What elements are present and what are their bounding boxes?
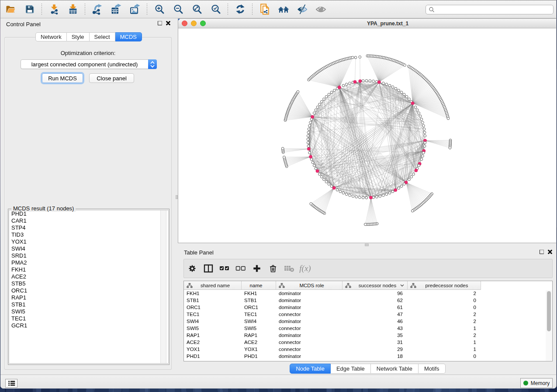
delete-column-icon[interactable] <box>265 264 281 273</box>
zoom-out-icon[interactable] <box>173 3 184 15</box>
close-table-panel-icon[interactable] <box>548 250 552 254</box>
mcds-node-item[interactable]: TEC1 <box>9 315 168 322</box>
document-share-icon[interactable] <box>259 3 270 15</box>
export-image-icon[interactable] <box>129 3 141 15</box>
export-table-icon[interactable] <box>111 3 122 15</box>
float-window-icon[interactable] <box>158 21 162 25</box>
memory-button[interactable]: Memory <box>520 378 553 388</box>
mcds-node-item[interactable]: STB1 <box>9 301 168 308</box>
table-cell: dominator <box>276 332 343 339</box>
toolbar-separator <box>228 3 228 15</box>
table-scrollbar-thumb[interactable] <box>547 291 551 331</box>
zoom-fit-icon[interactable] <box>191 3 203 15</box>
save-session-icon[interactable] <box>24 3 35 15</box>
maximize-window-icon[interactable] <box>200 21 206 26</box>
table-row[interactable]: TEC1TEC1connector472 <box>184 311 552 318</box>
horizontal-splitter-grip[interactable] <box>365 244 369 246</box>
close-panel-icon[interactable] <box>166 21 170 25</box>
column-header-predecessor-nodes[interactable]: predecessor nodes <box>408 281 481 290</box>
column-header-name[interactable]: name <box>242 281 276 290</box>
mcds-node-item[interactable]: STP4 <box>9 224 168 231</box>
network-canvas[interactable] <box>178 28 557 243</box>
select-all-icon[interactable] <box>216 264 232 273</box>
table-cell: TEC1 <box>242 311 276 318</box>
tab-network[interactable]: Network <box>35 32 67 41</box>
mcds-node-item[interactable]: RAP1 <box>9 294 168 301</box>
mcds-node-item[interactable]: TID3 <box>9 231 168 238</box>
mcds-node-item[interactable]: SWI4 <box>9 245 168 252</box>
table-row[interactable]: SWI5SWI5connector431 <box>184 325 552 332</box>
mcds-node-item[interactable]: PMA2 <box>9 259 168 266</box>
mcds-node-item[interactable]: YOX1 <box>9 238 168 245</box>
mcds-list-scrollbar[interactable] <box>160 210 166 363</box>
criterion-dropdown[interactable]: largest connected component (undirected) <box>21 59 157 69</box>
search-field[interactable] <box>426 5 554 14</box>
mcds-node-item[interactable]: FKH1 <box>9 266 168 273</box>
table-row[interactable]: STB1STB1dominator620 <box>184 297 552 304</box>
task-history-button[interactable] <box>5 379 17 388</box>
table-row[interactable]: FKH1FKH1dominator962 <box>184 290 552 297</box>
zoom-in-icon[interactable] <box>154 3 165 15</box>
search-icon <box>429 7 435 13</box>
mcds-node-item[interactable]: CAR1 <box>9 217 168 224</box>
table-cell: RAP1 <box>184 332 242 339</box>
table-row[interactable]: RAP1RAP1dominator352 <box>184 332 552 339</box>
table-cell: 0 <box>408 304 481 311</box>
tab-select[interactable]: Select <box>90 32 115 41</box>
table-row[interactable]: SWI4SWI4dominator462 <box>184 318 552 325</box>
minimize-window-icon[interactable] <box>191 21 197 26</box>
horizontal-splitter[interactable] <box>178 243 557 247</box>
table-cell: dominator <box>276 318 343 325</box>
run-mcds-button[interactable]: Run MCDS <box>42 73 83 83</box>
refresh-icon[interactable] <box>235 3 246 15</box>
tab-node-table[interactable]: Node Table <box>290 364 331 374</box>
tab-edge-table[interactable]: Edge Table <box>331 364 371 374</box>
table-cell: FKH1 <box>184 290 242 297</box>
table-cell: 43 <box>343 325 408 332</box>
tab-network-table[interactable]: Network Table <box>371 364 419 374</box>
import-table-icon[interactable] <box>67 3 79 15</box>
tab-mcds[interactable]: MCDS <box>115 32 142 41</box>
mcds-result-title: MCDS result (17 nodes) <box>11 205 76 212</box>
tab-style[interactable]: Style <box>67 32 90 41</box>
import-network-icon[interactable] <box>48 3 60 15</box>
houses-icon[interactable] <box>278 3 289 15</box>
table-row[interactable]: ACE2ACE2connector311 <box>184 339 552 346</box>
mcds-node-item[interactable]: SWI5 <box>9 308 168 315</box>
mcds-node-item[interactable]: ACE2 <box>9 273 168 280</box>
mcds-node-item[interactable]: ORC1 <box>9 287 168 294</box>
toolbar-separator <box>42 3 42 15</box>
deselect-all-icon[interactable] <box>232 264 249 273</box>
delete-table-icon[interactable] <box>281 264 297 273</box>
column-settings-icon[interactable] <box>184 265 200 272</box>
table-cell: 31 <box>343 339 408 346</box>
mcds-node-item[interactable]: STB5 <box>9 280 168 287</box>
table-cell: YOX1 <box>184 346 242 353</box>
column-header-MCDS-role[interactable]: MCDS role <box>276 281 343 290</box>
table-cell: 96 <box>343 290 408 297</box>
search-input[interactable] <box>435 5 553 14</box>
split-view-icon[interactable] <box>200 264 216 273</box>
zoom-selected-icon[interactable] <box>210 3 221 15</box>
network-graph <box>178 28 557 243</box>
table-scrollbar[interactable] <box>546 290 552 361</box>
mcds-node-item[interactable]: GCR1 <box>9 322 168 329</box>
close-window-icon[interactable] <box>182 21 187 26</box>
float-table-panel-icon[interactable] <box>540 250 544 254</box>
mcds-result-list[interactable]: PHD1CAR1STP4TID3YOX1SWI4SRD1PMA2FKH1ACE2… <box>9 210 169 364</box>
table-row[interactable]: YOX1YOX1connector291 <box>184 346 552 353</box>
function-builder-icon[interactable]: f(x) <box>297 264 313 273</box>
add-column-icon[interactable] <box>249 264 265 273</box>
table-cell: SWI5 <box>242 325 276 332</box>
export-network-icon[interactable] <box>92 3 103 15</box>
eye-icon[interactable] <box>315 3 327 15</box>
column-header-shared-name[interactable]: shared name <box>184 281 242 290</box>
eye-slash-icon[interactable] <box>297 3 308 15</box>
table-row[interactable]: ORC1ORC1dominator610 <box>184 304 552 311</box>
mcds-node-item[interactable]: SRD1 <box>9 252 168 259</box>
column-header-successor-nodes[interactable]: successor nodes <box>343 281 408 290</box>
close-panel-button[interactable]: Close panel <box>89 73 134 83</box>
table-row[interactable]: PHD1PHD1dominator180 <box>184 353 552 360</box>
tab-motifs[interactable]: Motifs <box>419 364 446 374</box>
open-file-icon[interactable] <box>5 3 17 15</box>
